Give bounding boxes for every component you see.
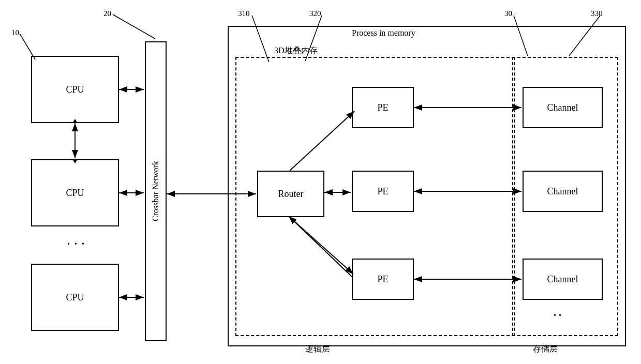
pe1-box: PE [352,87,414,128]
dots1: · · · [67,238,85,250]
label-20: 20 [103,9,111,18]
channel3-box: Channel [523,259,603,300]
label-30: 30 [504,9,512,18]
pe3-label: PE [377,274,388,285]
channel1-box: Channel [523,87,603,128]
channel2-box: Channel [523,171,603,212]
stacked-memory-label: 3D堆叠内存 [274,46,318,56]
label-10: 10 [11,28,19,37]
label-310: 310 [238,9,250,18]
channel3-label: Channel [547,274,578,285]
label-320: 320 [309,9,321,18]
process-in-memory-label: Process in memory [352,28,415,38]
cpu2-label: CPU [66,188,84,199]
logic-layer-label: 逻辑层 [305,344,330,355]
cpu1-label: CPU [66,84,84,95]
storage-layer-label: 存储层 [533,344,558,355]
pe1-label: PE [377,102,388,113]
pe2-label: PE [377,186,388,197]
cpu3-box: CPU [31,264,119,331]
channel2-label: Channel [547,186,578,197]
pe2-box: PE [352,171,414,212]
cpu2-box: CPU [31,159,119,226]
cpu3-label: CPU [66,292,84,303]
crossbar-box: Crossbar Network [145,41,167,341]
crossbar-label: Crossbar Network [151,161,160,222]
cpu1-box: CPU [31,56,119,123]
diagram: 10 20 310 320 30 330 Process in memory 3… [0,0,641,364]
dots2: · · [554,309,561,321]
channel1-label: Channel [547,102,578,113]
svg-line-23 [113,14,155,39]
pe3-box: PE [352,259,414,300]
router-box: Router [257,171,324,217]
label-330: 330 [591,9,603,18]
router-label: Router [278,189,304,200]
